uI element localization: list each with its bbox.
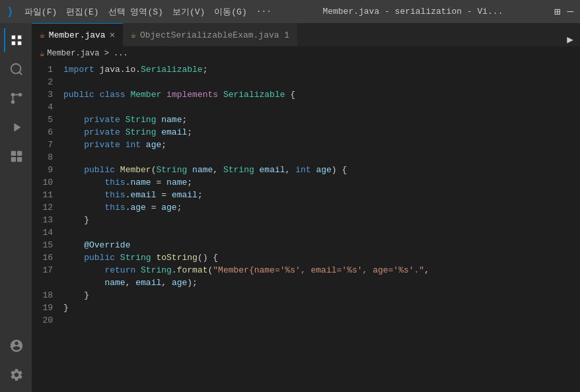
menu-more[interactable]: ··· xyxy=(256,7,272,16)
line-content xyxy=(63,101,82,114)
activity-extensions[interactable] xyxy=(4,145,28,168)
menu-selection[interactable]: 선택 영역(S) xyxy=(108,6,163,18)
tab-bar: ☕ Member.java ✕ ☕ ObjectSerializableExam… xyxy=(32,23,580,46)
run-button[interactable]: ▶ xyxy=(560,33,580,46)
line-content: @Override xyxy=(63,239,143,251)
code-line: 11 this.email = email; xyxy=(32,189,580,201)
activity-settings[interactable] xyxy=(4,363,28,387)
breadcrumb: ☕ Member.java > ... xyxy=(32,46,580,61)
code-line: 13 } xyxy=(32,214,580,226)
code-line: 3public class Member implements Serializ… xyxy=(32,88,580,101)
line-number: 18 xyxy=(32,289,63,302)
line-content: private String email; xyxy=(63,126,205,139)
line-number: 11 xyxy=(32,189,63,201)
vscode-icon: ⟩ xyxy=(7,5,14,19)
editor-area: ☕ Member.java ✕ ☕ ObjectSerializableExam… xyxy=(32,23,580,392)
line-number: 6 xyxy=(32,126,63,139)
line-content: private int age; xyxy=(63,139,180,151)
svg-point-0 xyxy=(11,64,21,74)
line-number: 3 xyxy=(32,88,63,101)
menu-file[interactable]: 파일(F) xyxy=(24,6,57,18)
menu-edit[interactable]: 편집(E) xyxy=(66,6,98,18)
code-line: 20 xyxy=(32,314,580,327)
svg-rect-5 xyxy=(11,151,16,156)
activity-source-control[interactable] xyxy=(4,86,28,110)
activity-run[interactable] xyxy=(4,115,28,139)
code-line: 2 xyxy=(32,76,580,88)
line-content: this.email = email; xyxy=(63,189,216,201)
svg-point-3 xyxy=(18,93,22,97)
breadcrumb-path: Member.java > ... xyxy=(47,49,127,58)
code-line: 6 private String email; xyxy=(32,126,580,139)
svg-point-4 xyxy=(11,93,15,97)
line-content xyxy=(63,314,82,327)
line-number: 9 xyxy=(32,164,63,176)
svg-rect-6 xyxy=(17,151,22,156)
code-line: 4 xyxy=(32,101,580,114)
java-icon-inactive: ☕ xyxy=(131,30,136,40)
menu-view[interactable]: 보기(V) xyxy=(172,6,205,18)
line-number: 17 xyxy=(32,264,63,277)
line-number: 16 xyxy=(32,251,63,264)
line-number: 20 xyxy=(32,314,63,327)
line-content: public Member(String name, String email,… xyxy=(63,164,360,176)
line-number: 13 xyxy=(32,214,63,226)
title-bar: ⟩ 파일(F) 편집(E) 선택 영역(S) 보기(V) 이동(G) ··· M… xyxy=(0,0,580,23)
minimize-icon[interactable]: — xyxy=(567,6,573,18)
activity-bar-bottom xyxy=(4,334,28,392)
window-title: Member.java - serialization - Vi... xyxy=(282,7,544,16)
line-number: 5 xyxy=(32,114,63,126)
line-content: this.name = name; xyxy=(63,176,205,189)
code-line: 7 private int age; xyxy=(32,139,580,151)
code-line: 14 xyxy=(32,226,580,239)
menu-go[interactable]: 이동(G) xyxy=(214,6,246,18)
svg-rect-7 xyxy=(11,157,16,162)
layout-icon[interactable]: ⊞ xyxy=(554,5,561,18)
line-content: public String toString() { xyxy=(63,251,231,264)
line-content: import java.io.Serializable; xyxy=(63,63,221,76)
code-line: 8 xyxy=(32,151,580,164)
code-line: 12 this.age = age; xyxy=(32,201,580,214)
line-number: 14 xyxy=(32,226,63,239)
java-icon-active: ☕ xyxy=(40,30,45,40)
line-number: 2 xyxy=(32,76,63,88)
tab-label-active: Member.java xyxy=(49,30,106,40)
line-number: 8 xyxy=(32,151,63,164)
tab-object-serializable[interactable]: ☕ ObjectSerializableExam.java 1 xyxy=(123,23,297,46)
line-content: this.age = age; xyxy=(63,201,195,214)
line-content xyxy=(63,151,82,164)
line-content: } xyxy=(63,302,82,314)
svg-rect-8 xyxy=(17,157,22,162)
activity-search[interactable] xyxy=(4,57,28,81)
line-content: return String.format("Member{name='%s', … xyxy=(63,264,443,277)
line-number: 1 xyxy=(32,63,63,76)
code-line: 5 private String name; xyxy=(32,114,580,126)
tab-member-java[interactable]: ☕ Member.java ✕ xyxy=(32,23,123,46)
line-content: } xyxy=(63,289,102,302)
code-line: 10 this.name = name; xyxy=(32,176,580,189)
line-number: 7 xyxy=(32,139,63,151)
tab-label-inactive: ObjectSerializableExam.java 1 xyxy=(140,30,289,40)
svg-point-2 xyxy=(11,100,15,104)
activity-account[interactable] xyxy=(4,334,28,358)
code-line: 17 return String.format("Member{name='%s… xyxy=(32,264,580,277)
line-number: 12 xyxy=(32,201,63,214)
line-content xyxy=(63,226,82,239)
code-line: 9 public Member(String name, String emai… xyxy=(32,164,580,176)
code-line: 1import java.io.Serializable; xyxy=(32,63,580,76)
window-controls: ⊞ — xyxy=(554,5,573,18)
line-content: } xyxy=(63,214,102,226)
code-line: 16 public String toString() { xyxy=(32,251,580,264)
tab-close-active[interactable]: ✕ xyxy=(110,30,115,40)
code-editor[interactable]: 1import java.io.Serializable;2 3public c… xyxy=(32,61,580,392)
line-content: name, email, age); xyxy=(63,277,211,289)
svg-line-1 xyxy=(19,72,22,75)
line-number: 15 xyxy=(32,239,63,251)
activity-explorer[interactable] xyxy=(4,28,28,52)
code-line: 15 @Override xyxy=(32,239,580,251)
line-number: 4 xyxy=(32,101,63,114)
code-line: 18 } xyxy=(32,289,580,302)
menu-bar: 파일(F) 편집(E) 선택 영역(S) 보기(V) 이동(G) ··· xyxy=(24,6,272,18)
activity-bar xyxy=(0,23,32,392)
line-content: private String name; xyxy=(63,114,200,126)
